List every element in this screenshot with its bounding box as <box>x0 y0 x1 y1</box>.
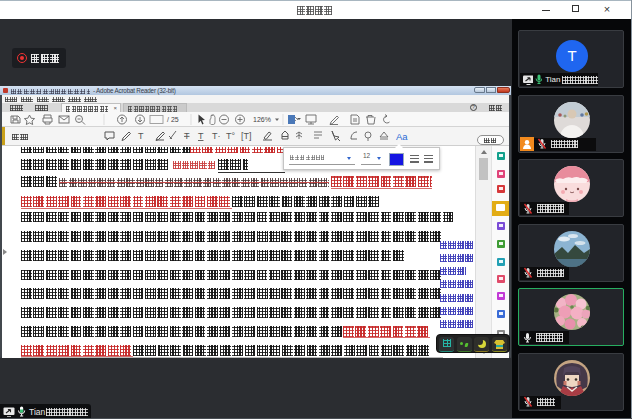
svg-text:Aa: Aa <box>396 131 408 142</box>
svg-text:T·: T· <box>212 131 221 141</box>
svg-text:[T]: [T] <box>241 131 252 141</box>
svg-text:126%: 126% <box>253 116 271 123</box>
svg-text:/ 25: / 25 <box>167 116 179 123</box>
svg-text:T: T <box>198 131 204 141</box>
svg-text:T: T <box>138 131 144 141</box>
svg-text:T: T <box>184 131 190 141</box>
svg-text:T°: T° <box>226 131 235 141</box>
